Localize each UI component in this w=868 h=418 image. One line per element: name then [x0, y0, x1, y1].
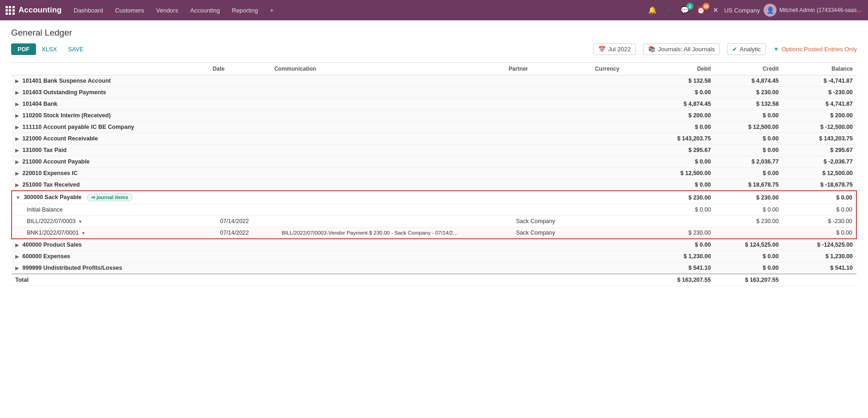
detail-account-cell: Initial Balance — [12, 204, 209, 216]
expand-icon[interactable]: ▶ — [15, 171, 19, 176]
top-navigation: Accounting Dashboard Customers Vendors A… — [0, 0, 868, 20]
table-row[interactable]: ▶ 111110 Account payable IC BE Company $… — [12, 121, 856, 133]
table-row: Initial Balance $ 0.00 $ 0.00 $ 0.00 — [12, 204, 856, 216]
account-cell: ▶ 400000 Product Sales — [12, 239, 209, 251]
table-row[interactable]: ▶ 110200 Stock Interim (Received) $ 200.… — [12, 110, 856, 121]
expand-icon[interactable]: ▶ — [15, 136, 19, 141]
header-partner: Partner — [505, 63, 591, 75]
page-title: General Ledger — [11, 28, 857, 38]
messages-icon[interactable]: 💬 2 — [679, 4, 691, 16]
total-label: Total — [12, 274, 209, 286]
table-row[interactable]: ▶ 131000 Tax Paid $ 295.67 $ 0.00 $ 295.… — [12, 145, 856, 156]
header-account — [12, 63, 209, 75]
table-row[interactable]: ▶ 211000 Account Payable $ 0.00 $ 2,036.… — [12, 156, 856, 168]
expand-icon[interactable]: ▶ — [15, 159, 19, 164]
highlighted-detail-row[interactable]: BNK1/2022/07/0001 ▼ 07/14/2022 BILL/2022… — [12, 227, 856, 239]
account-cell: ▶ 121000 Account Receivable — [12, 133, 209, 145]
app-name: Accounting — [18, 6, 62, 15]
account-cell: ▶ 211000 Account Payable — [12, 156, 209, 168]
table-row[interactable]: BILL/2022/07/0003 ▼ 07/14/2022 Sack Comp… — [12, 216, 856, 227]
table-row[interactable]: ▶ 999999 Undistributed Profits/Losses $ … — [12, 262, 856, 274]
expand-icon[interactable]: ▶ — [15, 113, 19, 118]
table-row[interactable]: ▶ 251000 Tax Received $ 0.00 $ 18,678.75… — [12, 179, 856, 191]
app-logo[interactable]: Accounting — [6, 6, 62, 15]
expand-icon[interactable]: ▼ — [16, 195, 20, 200]
journals-filter[interactable]: 📚 Journals: All Journals — [643, 43, 720, 55]
table-row[interactable]: ▶ 101403 Outstanding Payments $ 0.00 $ 2… — [12, 87, 856, 98]
total-row: Total $ 163,207.55 $ 163,207.55 — [12, 274, 856, 286]
expand-icon[interactable]: ▶ — [15, 182, 19, 188]
options-filter[interactable]: ▼ Options:Posted Entries Only — [773, 46, 857, 53]
header-balance: Balance — [783, 63, 856, 75]
header-debit: Debit — [647, 63, 715, 75]
close-icon[interactable]: ✕ — [711, 4, 721, 16]
xlsx-button[interactable]: XLSX — [36, 43, 62, 55]
page-content: General Ledger PDF XLSX SAVE 📅 Jul 2022 … — [0, 20, 868, 293]
expand-icon[interactable]: ▶ — [15, 79, 19, 84]
account-cell: ▶ 600000 Expenses — [12, 251, 209, 262]
expand-icon[interactable]: ▶ — [15, 90, 19, 95]
dropdown-arrow-icon[interactable]: ▼ — [81, 231, 85, 236]
save-button[interactable]: SAVE — [62, 43, 89, 55]
main-menu: Dashboard Customers Vendors Accounting R… — [68, 4, 644, 17]
table-row[interactable]: ▶ 600000 Expenses $ 1,230.00 $ 0.00 $ 1,… — [12, 251, 856, 262]
analytic-filter[interactable]: ✔ Analytic — [727, 43, 766, 55]
user-name: Mitchell Admin (17433446-saas-15-2-al — [779, 7, 862, 13]
toolbar-filters: 📅 Jul 2022 📚 Journals: All Journals ✔ An… — [593, 43, 857, 55]
expand-icon[interactable]: ▶ — [15, 125, 19, 130]
ledger-table: Date Communication Partner Currency Debi… — [11, 62, 857, 286]
expand-icon[interactable]: ▶ — [15, 266, 19, 271]
table-row[interactable]: ▶ 121000 Account Receivable $ 143,203.75… — [12, 133, 856, 145]
account-cell: ▶ 131000 Tax Paid — [12, 145, 209, 156]
date-filter[interactable]: 📅 Jul 2022 — [593, 43, 636, 55]
account-cell: ▶ 101403 Outstanding Payments — [12, 87, 209, 98]
detail-account-cell[interactable]: BILL/2022/07/0003 ▼ — [12, 216, 209, 227]
total-debit: $ 163,207.55 — [647, 274, 715, 286]
nav-accounting[interactable]: Accounting — [185, 4, 225, 17]
journal-items-link[interactable]: ⇒ journal items — [87, 194, 133, 201]
expand-icon[interactable]: ▶ — [15, 102, 19, 107]
expand-icon[interactable]: ▶ — [15, 148, 19, 153]
journal-icon: 📚 — [648, 46, 656, 53]
nav-dashboard[interactable]: Dashboard — [68, 4, 109, 17]
table-row[interactable]: ▶ 220010 Expenses IC $ 12,500.00 $ 0.00 … — [12, 168, 856, 179]
pdf-button[interactable]: PDF — [11, 43, 36, 55]
analytic-icon: ✔ — [732, 46, 737, 53]
activity-badge: 38 — [703, 3, 710, 10]
highlighted-account-row[interactable]: ▼ 300000 Sack Payable ⇒ journal items $ … — [12, 191, 856, 204]
nav-reporting[interactable]: Reporting — [226, 4, 263, 17]
expand-icon[interactable]: ▶ — [15, 242, 19, 248]
funnel-icon: ▼ — [773, 46, 779, 53]
account-cell: ▶ 101401 Bank Suspense Account — [12, 75, 209, 87]
header-credit: Credit — [715, 63, 783, 75]
account-cell: ▶ 110200 Stock Interim (Received) — [12, 110, 209, 121]
messages-badge: 2 — [686, 3, 693, 10]
grid-icon — [6, 6, 15, 15]
table-row[interactable]: ▶ 400000 Product Sales $ 0.00 $ 124,525.… — [12, 239, 856, 251]
calendar-icon: 📅 — [598, 46, 606, 53]
avatar: 👤 — [764, 4, 777, 17]
detail-account-cell[interactable]: BNK1/2022/07/0001 ▼ — [12, 227, 209, 239]
dropdown-arrow-icon[interactable]: ▼ — [78, 219, 82, 224]
nav-customers[interactable]: Customers — [109, 4, 150, 17]
notifications-icon[interactable]: 🔔 — [646, 4, 659, 16]
total-credit: $ 163,207.55 — [715, 274, 783, 286]
account-cell: ▶ 999999 Undistributed Profits/Losses — [12, 262, 209, 274]
phone-icon[interactable]: 📞 — [662, 4, 675, 16]
nav-vendors[interactable]: Vendors — [151, 4, 184, 17]
topnav-actions: 🔔 📞 💬 2 ⏰ 38 ✕ US Company 👤 Mitchell Adm… — [646, 4, 862, 17]
user-menu[interactable]: 👤 Mitchell Admin (17433446-saas-15-2-al — [764, 4, 862, 17]
header-date: Date — [209, 63, 271, 75]
activity-icon[interactable]: ⏰ 38 — [695, 4, 707, 16]
account-cell: ▶ 101404 Bank — [12, 98, 209, 110]
table-row[interactable]: ▶ 101404 Bank $ 4,874.45 $ 132.58 $ 4,74… — [12, 98, 856, 110]
account-cell: ▶ 220010 Expenses IC — [12, 168, 209, 179]
journals-filter-label: Journals: All Journals — [658, 46, 715, 53]
nav-add[interactable]: + — [264, 4, 279, 17]
company-selector[interactable]: US Company — [724, 7, 760, 14]
account-cell: ▶ 251000 Tax Received — [12, 179, 209, 191]
account-cell: ▶ 111110 Account payable IC BE Company — [12, 121, 209, 133]
expand-icon[interactable]: ▶ — [15, 254, 19, 259]
toolbar: PDF XLSX SAVE 📅 Jul 2022 📚 Journals: All… — [11, 43, 857, 55]
table-row[interactable]: ▶ 101401 Bank Suspense Account $ 132.58 … — [12, 75, 856, 87]
